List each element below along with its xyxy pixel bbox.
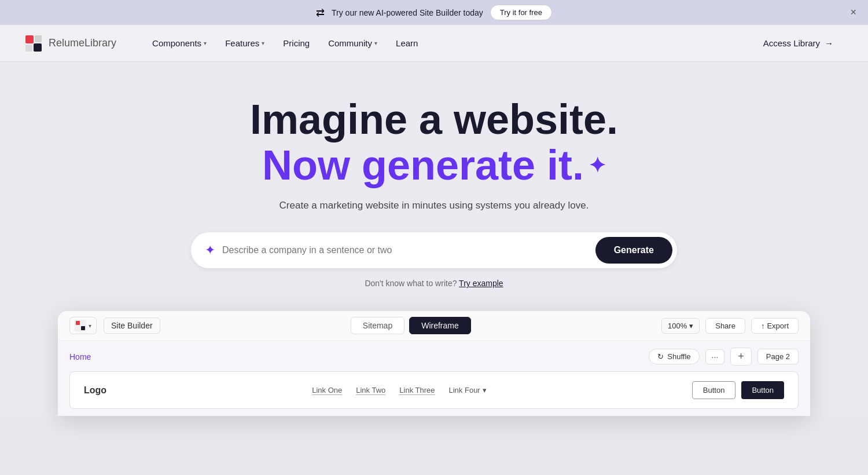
main-content: Imagine a website. Now generate it. ✦ Cr…: [0, 62, 868, 416]
toolbar-right: 100% ▾ Share ↑ Export: [661, 318, 799, 334]
try-it-button[interactable]: Try it for free: [490, 5, 552, 20]
page-area: Home ↻ Shuffle ··· + Page 2 Logo Link On…: [58, 341, 810, 416]
hero-line2: Now generate it. ✦: [250, 142, 618, 188]
generate-button[interactable]: Generate: [595, 237, 672, 264]
wf-logo: Logo: [84, 385, 106, 396]
shuffle-button[interactable]: ↻ Shuffle: [649, 349, 699, 364]
nav-item-learn[interactable]: Learn: [388, 34, 426, 53]
announcement-text: Try our new AI-powered Site Builder toda…: [332, 8, 483, 17]
page-actions: ↻ Shuffle ··· + Page 2: [649, 348, 799, 366]
more-options-button[interactable]: ···: [705, 349, 725, 364]
chevron-down-icon: ▾: [374, 40, 377, 46]
svg-rect-1: [25, 35, 34, 43]
hero-heading: Imagine a website. Now generate it. ✦: [250, 97, 618, 188]
chevron-down-icon: ▾: [204, 40, 207, 46]
chevron-down-icon: ▾: [262, 40, 264, 46]
site-builder-label[interactable]: Site Builder: [104, 317, 160, 334]
wf-button-outline[interactable]: Button: [692, 381, 736, 399]
svg-rect-7: [81, 326, 85, 330]
export-button[interactable]: ↑ Export: [751, 318, 799, 334]
wf-link-four: Link Four ▾: [449, 386, 487, 394]
nav-right: Access Library →: [752, 34, 845, 53]
hero-line1: Imagine a website.: [250, 97, 618, 142]
generate-input[interactable]: [222, 245, 595, 255]
builder-preview: ▾ Site Builder Sitemap Wireframe 100% ▾ …: [58, 311, 810, 416]
generate-sparkle-icon: ✦: [205, 243, 215, 258]
logo-name: RelumeLibrary: [49, 37, 116, 49]
svg-rect-3: [25, 45, 32, 52]
shuffle-icon: ↻: [657, 352, 664, 361]
share-button[interactable]: Share: [705, 318, 745, 334]
sitemap-tab[interactable]: Sitemap: [351, 317, 404, 334]
generate-bar: ✦ Generate: [191, 232, 677, 268]
chevron-down-icon: ▾: [483, 386, 487, 394]
navbar: RelumeLibrary Components ▾ Features ▾ Pr…: [0, 25, 868, 62]
nav-links: Components ▾ Features ▾ Pricing Communit…: [144, 34, 752, 53]
access-library-button[interactable]: Access Library →: [752, 34, 845, 53]
builder-toolbar: ▾ Site Builder Sitemap Wireframe 100% ▾ …: [58, 311, 810, 341]
wireframe-tab[interactable]: Wireframe: [409, 317, 471, 334]
nav-item-pricing[interactable]: Pricing: [275, 34, 318, 53]
nav-item-components[interactable]: Components ▾: [144, 34, 215, 53]
page-row: Home ↻ Shuffle ··· + Page 2: [69, 348, 799, 366]
add-page-button[interactable]: +: [730, 348, 752, 366]
wireframe-nav: Logo Link One Link Two Link Three Link F…: [69, 371, 799, 409]
wf-link-one: Link One: [312, 386, 342, 395]
try-example-link[interactable]: Try example: [459, 279, 503, 288]
logo[interactable]: RelumeLibrary: [23, 33, 116, 54]
announcement-banner: ⇄ Try our new AI-powered Site Builder to…: [0, 0, 868, 25]
announcement-icon: ⇄: [316, 6, 325, 19]
wf-link-two: Link Two: [356, 386, 385, 395]
toolbar-tabs: Sitemap Wireframe: [167, 317, 654, 334]
hint-text: Don't know what to write? Try example: [365, 279, 503, 288]
wf-link-three: Link Three: [399, 386, 435, 395]
wf-buttons: Button Button: [692, 381, 784, 399]
nav-item-community[interactable]: Community ▾: [320, 34, 385, 53]
page-name: Home: [69, 352, 91, 361]
export-icon: ↑: [761, 321, 765, 330]
svg-rect-2: [35, 35, 42, 42]
wf-button-solid[interactable]: Button: [741, 381, 784, 399]
builder-logo-button[interactable]: ▾: [69, 317, 97, 334]
zoom-selector[interactable]: 100% ▾: [661, 318, 700, 334]
logo-icon: [23, 33, 44, 54]
svg-rect-4: [34, 43, 42, 52]
nav-item-features[interactable]: Features ▾: [217, 34, 273, 53]
svg-rect-6: [76, 321, 80, 325]
sparkle-icon: ✦: [589, 154, 606, 177]
close-banner-button[interactable]: ×: [850, 6, 856, 19]
page2-button[interactable]: Page 2: [757, 349, 799, 364]
hero-subtitle: Create a marketing website in minutes us…: [279, 200, 589, 211]
builder-chevron-icon: ▾: [89, 323, 91, 329]
builder-logo-icon: [75, 320, 86, 331]
wf-nav-links: Link One Link Two Link Three Link Four ▾: [312, 386, 487, 395]
chevron-down-icon: ▾: [689, 321, 693, 330]
